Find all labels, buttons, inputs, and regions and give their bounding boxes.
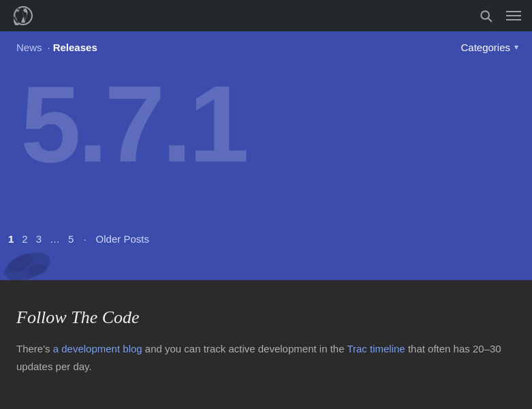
secondary-nav-left: News · Releases xyxy=(14,42,97,53)
older-posts-link[interactable]: Older Posts xyxy=(93,232,152,246)
chevron-down-icon: ▾ xyxy=(514,42,518,52)
pagination: 1 2 3 … 5 · Older Posts xyxy=(5,232,518,246)
pagination-separator: · xyxy=(80,232,89,246)
footer-title: Follow The Code xyxy=(16,307,516,328)
version-number: 5.7.1 xyxy=(0,63,532,185)
top-navigation xyxy=(0,0,532,31)
version-banner: 5.7.1 xyxy=(0,63,532,226)
nav-separator: · xyxy=(48,42,50,53)
page-5-link[interactable]: 5 xyxy=(65,232,76,246)
hamburger-line xyxy=(506,11,521,12)
svg-line-1 xyxy=(488,18,492,22)
development-blog-link[interactable]: a development blog xyxy=(53,343,142,354)
footer-text-before-link1: There's xyxy=(16,343,53,354)
news-link[interactable]: News xyxy=(14,42,45,53)
trac-timeline-link[interactable]: Trac timeline xyxy=(347,343,405,354)
wordpress-logo[interactable] xyxy=(11,3,35,28)
releases-link[interactable]: Releases xyxy=(53,42,97,53)
categories-label: Categories xyxy=(460,42,510,53)
pagination-dots: … xyxy=(47,232,63,246)
page-2-link[interactable]: 2 xyxy=(19,232,30,246)
search-icon xyxy=(479,9,492,22)
search-button[interactable] xyxy=(479,9,492,22)
pagination-area: 1 2 3 … 5 · Older Posts xyxy=(0,226,532,280)
secondary-navigation: News · Releases Categories ▾ xyxy=(0,31,532,63)
page-1-link[interactable]: 1 xyxy=(5,232,16,246)
categories-dropdown-button[interactable]: Categories ▾ xyxy=(460,42,518,53)
hamburger-line xyxy=(506,19,521,20)
footer-description: There's a development blog and you can t… xyxy=(16,340,516,375)
top-nav-right xyxy=(479,9,521,22)
footer: Follow The Code There's a development bl… xyxy=(0,280,532,409)
hamburger-line xyxy=(506,15,521,16)
page-3-link[interactable]: 3 xyxy=(33,232,44,246)
footer-text-between: and you can track active development in … xyxy=(142,343,347,354)
hamburger-menu-button[interactable] xyxy=(506,11,521,20)
